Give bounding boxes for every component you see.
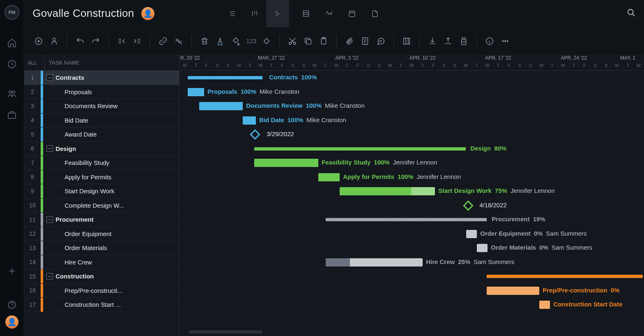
gantt-row[interactable]: Hire Crew25%Sam Summers (179, 255, 644, 270)
gantt-panel[interactable]: R, 20 '22MAR, 27 '22APR, 3 '22APR, 10 '2… (179, 55, 644, 336)
gantt-row[interactable]: Documents Review100%Mike Cranston (179, 99, 644, 114)
copy-button[interactable] (302, 35, 314, 47)
files-view-tab[interactable] (363, 0, 386, 27)
task-row[interactable]: 15−Construction (24, 269, 179, 284)
attach-button[interactable] (343, 35, 356, 47)
task-row[interactable]: 6−Design (24, 142, 179, 156)
task-bar[interactable] (199, 102, 243, 110)
task-row[interactable]: 11−Procurement (24, 213, 179, 227)
task-row[interactable]: 4Bid Date (24, 114, 179, 128)
gantt-row[interactable]: 3/29/2022 (179, 127, 644, 142)
gantt-row[interactable]: Proposals100%Mike Cranston (179, 85, 644, 100)
undo-button[interactable] (74, 35, 86, 47)
gantt-row[interactable]: Order Materials0%Sam Summers (179, 241, 644, 255)
summary-bar[interactable] (254, 147, 466, 151)
portfolio-icon[interactable] (7, 110, 17, 120)
task-row[interactable]: 14Hire Crew (24, 255, 179, 270)
task-row[interactable]: 7Feasibility Study (24, 156, 179, 170)
user-avatar[interactable]: 👤 (5, 315, 18, 329)
indent-button[interactable] (131, 35, 143, 47)
task-bar[interactable] (243, 116, 256, 125)
help-icon[interactable] (7, 300, 17, 310)
home-icon[interactable] (7, 38, 17, 48)
gantt-row[interactable]: Feasibility Study100%Jennifer Lennon (179, 156, 644, 170)
print-button[interactable] (458, 35, 470, 47)
gantt-row[interactable]: Start Design Work75%Jennifer Lennon (179, 184, 644, 199)
gantt-row[interactable]: Prep/Pre-construction0% (179, 284, 644, 298)
text-color-button[interactable] (214, 35, 226, 47)
cut-button[interactable] (286, 35, 299, 47)
workload-view-tab[interactable] (317, 0, 340, 27)
gantt-row[interactable]: Contracts100% (179, 71, 644, 85)
more-button[interactable] (499, 35, 511, 47)
milestone-marker[interactable] (250, 129, 260, 139)
task-bar[interactable] (477, 244, 488, 252)
horizontal-scrollbar[interactable] (189, 330, 262, 334)
collapse-toggle[interactable]: − (46, 273, 53, 280)
task-bar[interactable] (487, 287, 539, 295)
calendar-view-tab[interactable] (340, 0, 363, 27)
gantt-row[interactable]: Construction (179, 269, 644, 284)
task-row[interactable]: 1−Contracts (24, 71, 179, 85)
task-bar[interactable] (254, 159, 318, 167)
gantt-row[interactable]: Order Equipment0%Sam Summers (179, 227, 644, 241)
milestone-button[interactable] (260, 35, 273, 47)
task-row[interactable]: 2Proposals (24, 85, 179, 100)
collapse-toggle[interactable]: − (46, 216, 53, 223)
import-button[interactable] (426, 35, 439, 47)
add-icon[interactable] (7, 266, 17, 276)
redo-button[interactable] (90, 35, 102, 47)
task-bar[interactable] (466, 230, 477, 238)
summary-bar[interactable] (326, 218, 487, 221)
columns-button[interactable] (400, 35, 413, 47)
summary-bar[interactable] (188, 76, 262, 79)
unlink-button[interactable] (172, 35, 185, 47)
milestone-marker[interactable] (463, 200, 473, 211)
task-bar[interactable] (340, 187, 435, 195)
project-owner-avatar[interactable]: 👤 (141, 7, 154, 20)
task-row[interactable]: 12Order Equipment (24, 227, 179, 241)
team-icon[interactable] (7, 89, 17, 99)
gantt-body[interactable]: Contracts100%Proposals100%Mike CranstonD… (179, 71, 644, 312)
gantt-row[interactable]: Apply for Permits100%Jennifer Lennon (179, 170, 644, 185)
gantt-row[interactable]: Bid Date100%Mike Cranston (179, 114, 644, 128)
task-bar[interactable] (188, 88, 204, 96)
task-bar[interactable] (539, 301, 550, 309)
task-row[interactable]: 5Award Date (24, 127, 179, 142)
task-row[interactable]: 13Order Materials (24, 241, 179, 255)
column-all[interactable]: ALL (24, 55, 45, 70)
task-bar[interactable] (318, 173, 340, 181)
paste-button[interactable] (317, 35, 330, 47)
board-view-tab[interactable] (243, 0, 266, 27)
gantt-row[interactable]: Construction Start Date (179, 298, 644, 312)
list-view-tab[interactable] (220, 0, 243, 27)
gantt-view-tab[interactable] (266, 0, 289, 27)
comment-button[interactable] (375, 35, 387, 47)
column-task-name[interactable]: TASK NAME (45, 60, 79, 66)
add-task-button[interactable] (32, 35, 45, 47)
task-row[interactable]: 17Construction Start ... (24, 298, 179, 312)
summary-bar[interactable] (487, 275, 643, 278)
assign-button[interactable] (48, 35, 60, 47)
collapse-toggle[interactable]: − (46, 74, 53, 81)
app-logo[interactable]: PM (5, 5, 19, 20)
sheet-view-tab[interactable] (294, 0, 317, 27)
collapse-toggle[interactable]: − (46, 145, 53, 152)
outdent-button[interactable] (115, 35, 128, 47)
delete-button[interactable] (198, 35, 211, 47)
search-button[interactable] (627, 8, 636, 19)
gantt-row[interactable]: Design80% (179, 142, 644, 156)
info-button[interactable] (483, 35, 496, 47)
notes-button[interactable] (359, 35, 371, 47)
task-bar[interactable] (326, 258, 423, 266)
task-row[interactable]: 8Apply for Permits (24, 170, 179, 185)
task-row[interactable]: 9Start Design Work (24, 184, 179, 199)
gantt-row[interactable]: 4/18/2022 (179, 199, 644, 213)
fill-color-button[interactable] (230, 35, 242, 47)
recent-icon[interactable] (7, 59, 17, 69)
export-button[interactable] (442, 35, 454, 47)
task-row[interactable]: 10Complete Design W... (24, 199, 179, 213)
task-row[interactable]: 3Documents Review (24, 99, 179, 114)
link-button[interactable] (157, 35, 169, 47)
gantt-row[interactable]: Procurement19% (179, 213, 644, 227)
